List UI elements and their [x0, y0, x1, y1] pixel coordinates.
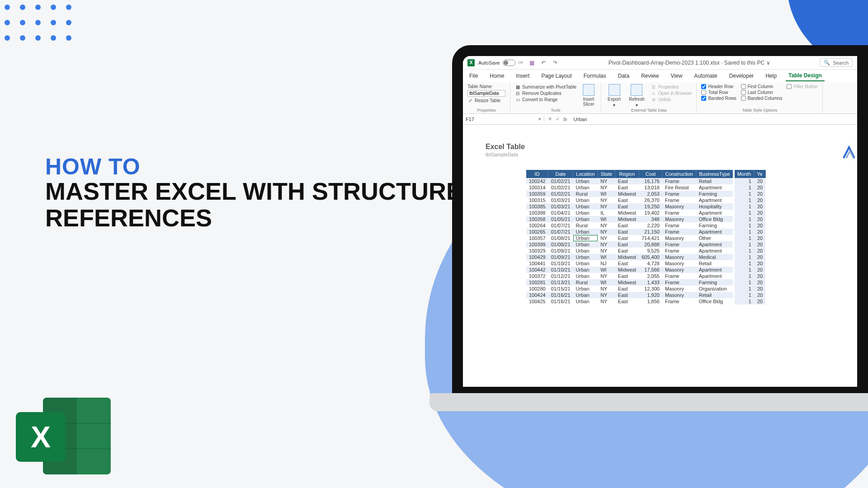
table-cell[interactable]: 100358 — [526, 216, 548, 222]
tab-home[interactable]: Home — [487, 71, 507, 81]
table-row[interactable]: 10026501/07/21UrbanNYEast21,150FrameApar… — [526, 229, 765, 235]
table-cell[interactable]: Urban — [573, 210, 598, 216]
document-title[interactable]: Pivot-Dashboard-Array-Demo-2023 1.100.xl… — [562, 60, 816, 66]
table-cell[interactable]: NY — [598, 248, 615, 254]
table-cell[interactable]: 20 — [754, 229, 765, 235]
table-cell[interactable]: 20 — [754, 248, 765, 254]
table-cell[interactable]: 01/15/21 — [548, 286, 573, 292]
table-cell[interactable]: 1 — [734, 273, 754, 279]
table-cell[interactable]: Midwest — [615, 191, 639, 197]
table-cell[interactable]: 100372 — [526, 273, 548, 279]
table-cell[interactable]: NY — [598, 184, 615, 191]
table-cell[interactable]: 1 — [734, 203, 754, 210]
table-cell[interactable]: 100399 — [526, 241, 548, 248]
table-cell[interactable]: Urban — [573, 241, 598, 248]
table-cell[interactable]: 2,055 — [639, 273, 662, 279]
table-cell[interactable]: Other — [696, 235, 734, 241]
table-cell[interactable]: 26,370 — [639, 197, 662, 203]
table-cell[interactable]: 100388 — [526, 210, 548, 216]
table-cell[interactable]: 01/02/21 — [548, 178, 573, 184]
table-cell[interactable]: Masonry — [662, 260, 696, 267]
table-cell[interactable]: East — [615, 229, 639, 235]
table-cell[interactable]: NY — [598, 203, 615, 210]
table-cell[interactable]: 20 — [754, 197, 765, 203]
table-cell[interactable]: 01/08/21 — [548, 241, 573, 248]
table-cell[interactable]: 100315 — [526, 197, 548, 203]
table-row[interactable]: 10042901/09/21UrbanWIMidwest605,400Mason… — [526, 254, 765, 260]
table-cell[interactable]: 21,150 — [639, 229, 662, 235]
table-cell[interactable]: Rural — [573, 222, 598, 229]
table-cell[interactable]: 01/03/21 — [548, 197, 573, 203]
table-cell[interactable]: NY — [598, 298, 615, 305]
table-cell[interactable]: 1 — [734, 210, 754, 216]
column-header[interactable]: Region — [615, 170, 639, 178]
table-cell[interactable]: East — [615, 248, 639, 254]
cancel-icon[interactable]: ✕ — [548, 116, 552, 122]
table-cell[interactable]: Urban — [573, 235, 598, 241]
table-row[interactable]: 10035801/05/21UrbanWIMidwest348MasonryOf… — [526, 216, 765, 222]
table-cell[interactable]: East — [615, 260, 639, 267]
table-cell[interactable]: 20,888 — [639, 241, 662, 248]
table-cell[interactable]: 20 — [754, 267, 765, 273]
table-cell[interactable]: 1 — [734, 260, 754, 267]
table-cell[interactable]: 100314 — [526, 184, 548, 191]
table-cell[interactable]: 20 — [754, 273, 765, 279]
table-cell[interactable]: 01/12/21 — [548, 273, 573, 279]
table-row[interactable]: 10026401/07/21RuralNYEast2,220FrameFarmi… — [526, 222, 765, 229]
table-cell[interactable]: 01/07/21 — [548, 229, 573, 235]
table-cell[interactable]: 605,400 — [639, 254, 662, 260]
table-cell[interactable]: 1 — [734, 292, 754, 298]
column-header[interactable]: Location — [573, 170, 598, 178]
table-cell[interactable]: Organization — [696, 286, 734, 292]
table-body[interactable]: 10024201/02/21UrbanNYEast16,176FrameReta… — [526, 178, 765, 305]
table-cell[interactable]: 01/16/21 — [548, 292, 573, 298]
data-table[interactable]: IDDateLocationStateRegionCostConstructio… — [526, 170, 766, 305]
summarize-pivottable-button[interactable]: ▦Summarize with PivotTable — [515, 84, 576, 89]
table-name-input[interactable] — [467, 90, 505, 97]
table-cell[interactable]: Urban — [573, 229, 598, 235]
table-cell[interactable]: Apartment — [696, 241, 734, 248]
filter-button-checkbox[interactable]: Filter Button — [787, 84, 818, 89]
table-cell[interactable]: East — [615, 184, 639, 191]
table-cell[interactable]: Urban — [573, 203, 598, 210]
table-row[interactable]: 10028001/15/21UrbanNYEast12,300MasonryOr… — [526, 286, 765, 292]
table-row[interactable]: 10044201/10/21UrbanWIMidwest17,566Masonr… — [526, 267, 765, 273]
table-cell[interactable]: 12,300 — [639, 286, 662, 292]
table-cell[interactable]: 19,402 — [639, 210, 662, 216]
table-cell[interactable]: East — [615, 178, 639, 184]
table-cell[interactable]: 01/09/21 — [548, 254, 573, 260]
table-cell[interactable]: Retail — [696, 292, 734, 298]
table-cell[interactable]: Farming — [696, 191, 734, 197]
table-cell[interactable]: 20 — [754, 241, 765, 248]
table-row[interactable]: 10024201/02/21UrbanNYEast16,176FrameReta… — [526, 178, 765, 184]
search-box[interactable]: 🔍 Search — [820, 58, 853, 67]
table-cell[interactable]: Frame — [662, 229, 696, 235]
tab-table-design[interactable]: Table Design — [786, 70, 825, 81]
table-cell[interactable]: 17,566 — [639, 267, 662, 273]
table-cell[interactable]: Urban — [573, 216, 598, 222]
tab-developer[interactable]: Developer — [726, 71, 757, 81]
tab-review[interactable]: Review — [638, 71, 661, 81]
table-cell[interactable]: Urban — [573, 197, 598, 203]
tab-formulas[interactable]: Formulas — [581, 71, 609, 81]
table-cell[interactable]: Fire Resist — [662, 184, 696, 191]
table-cell[interactable]: Urban — [573, 254, 598, 260]
table-cell[interactable]: Masonry — [662, 203, 696, 210]
table-cell[interactable]: 1 — [734, 197, 754, 203]
table-cell[interactable]: 100442 — [526, 267, 548, 273]
table-cell[interactable]: Frame — [662, 298, 696, 305]
table-cell[interactable]: Frame — [662, 248, 696, 254]
table-cell[interactable]: Farming — [696, 222, 734, 229]
table-cell[interactable]: 100441 — [526, 260, 548, 267]
table-cell[interactable]: 01/16/21 — [548, 298, 573, 305]
table-row[interactable]: 10028101/13/21RuralWIMidwest1,433FrameFa… — [526, 279, 765, 286]
table-cell[interactable]: East — [615, 235, 639, 241]
table-row[interactable]: 10044101/10/21UrbanNJEast4,728MasonryRet… — [526, 260, 765, 267]
table-cell[interactable]: Urban — [573, 267, 598, 273]
table-cell[interactable]: 01/13/21 — [548, 279, 573, 286]
table-cell[interactable]: Masonry — [662, 254, 696, 260]
table-cell[interactable]: 01/09/21 — [548, 248, 573, 254]
table-cell[interactable]: 01/05/21 — [548, 216, 573, 222]
table-cell[interactable]: 1 — [734, 184, 754, 191]
banded-columns-checkbox[interactable]: Banded Columns — [741, 96, 783, 101]
